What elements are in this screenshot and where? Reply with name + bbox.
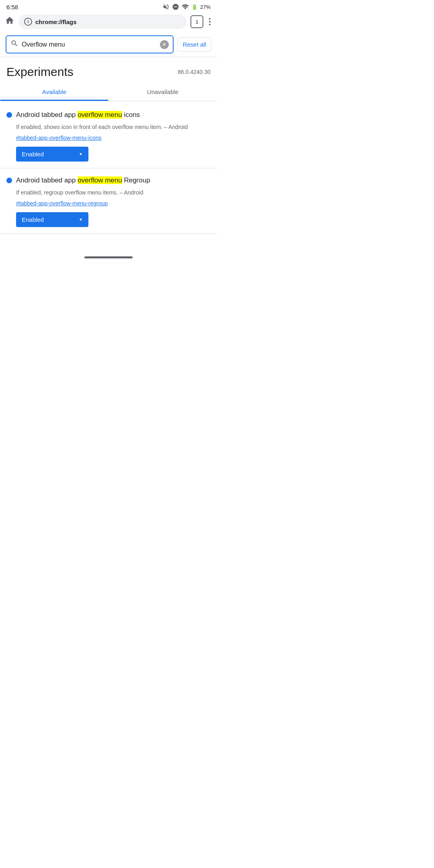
search-input[interactable]: Overflow menu	[22, 41, 157, 48]
status-time: 6:58	[6, 4, 18, 10]
tabs-row: Available Unavailable	[0, 83, 217, 101]
experiment-2-title-after: Regroup	[122, 176, 150, 184]
dnd-icon	[172, 3, 179, 10]
experiments-header: Experiments 86.0.4240.30	[0, 57, 217, 83]
experiment-1-indicator	[6, 112, 12, 118]
experiments-list: Android tabbed app overflow menu icons I…	[0, 103, 217, 234]
tab-available[interactable]: Available	[0, 83, 108, 101]
wifi-icon	[182, 3, 189, 10]
experiment-2-link[interactable]: #tabbed-app-overflow-menu-regroup	[16, 200, 211, 207]
experiment-1-title-highlight: overflow menu	[78, 111, 122, 119]
address-text: chrome://flags	[35, 18, 77, 25]
url-bold: flags	[63, 18, 77, 25]
dot3	[209, 24, 211, 25]
experiment-1-dropdown[interactable]: Enabled ▼	[16, 147, 88, 162]
experiments-version: 86.0.4240.30	[178, 69, 211, 75]
experiment-2-arrow: ▼	[79, 217, 83, 222]
dot2	[209, 21, 211, 23]
dot1	[209, 18, 211, 20]
home-button[interactable]	[5, 16, 14, 28]
address-bar-row: i chrome://flags 1	[0, 12, 217, 32]
experiment-2-status: Enabled	[22, 216, 44, 223]
tab-available-label: Available	[42, 88, 67, 95]
status-bar: 6:58 🔋 27%	[0, 0, 217, 12]
more-button[interactable]	[207, 16, 212, 27]
experiment-2-title-highlight: overflow menu	[78, 176, 122, 184]
experiment-1-arrow: ▼	[79, 152, 83, 156]
tab-unavailable-label: Unavailable	[147, 88, 178, 95]
experiment-2-desc: If enabled, regroup overflow menu items.…	[16, 188, 211, 197]
search-bar-row: Overflow menu ✕ Reset all	[0, 32, 217, 57]
tab-unavailable[interactable]: Unavailable	[108, 83, 217, 101]
experiment-1-desc: If enabled, shows icon in front of each …	[16, 123, 211, 131]
address-pill[interactable]: i chrome://flags	[18, 14, 186, 29]
experiment-2-title: Android tabbed app overflow menu Regroup	[16, 176, 150, 185]
search-box: Overflow menu ✕	[6, 35, 174, 53]
experiment-1-title-after: icons	[122, 111, 140, 119]
experiment-item-1: Android tabbed app overflow menu icons I…	[0, 103, 217, 168]
experiment-2-indicator	[6, 178, 12, 183]
search-icon	[10, 39, 18, 49]
url-prefix: chrome://	[35, 18, 63, 25]
experiments-title: Experiments	[6, 65, 74, 79]
reset-all-button[interactable]: Reset all	[178, 37, 211, 51]
experiment-item-2: Android tabbed app overflow menu Regroup…	[0, 168, 217, 234]
mute-icon	[162, 3, 170, 10]
search-clear-button[interactable]: ✕	[160, 40, 169, 49]
gesture-indicator	[84, 256, 133, 258]
experiment-2-title-before: Android tabbed app	[16, 176, 78, 184]
status-icons: 🔋 27%	[162, 3, 211, 10]
experiment-1-title-row: Android tabbed app overflow menu icons	[6, 110, 211, 120]
experiment-1-title-before: Android tabbed app	[16, 111, 78, 119]
experiment-2-dropdown[interactable]: Enabled ▼	[16, 212, 88, 227]
experiment-1-status: Enabled	[22, 151, 44, 158]
info-icon: i	[24, 18, 32, 26]
tab-count[interactable]: 1	[190, 15, 203, 28]
experiment-1-title: Android tabbed app overflow menu icons	[16, 110, 140, 120]
battery-icon: 🔋	[191, 4, 198, 10]
experiment-2-title-row: Android tabbed app overflow menu Regroup	[6, 176, 211, 185]
experiment-1-link[interactable]: #tabbed-app-overflow-menu-icons	[16, 135, 211, 141]
battery-pct: 27%	[200, 4, 211, 10]
gesture-bar	[0, 250, 217, 262]
